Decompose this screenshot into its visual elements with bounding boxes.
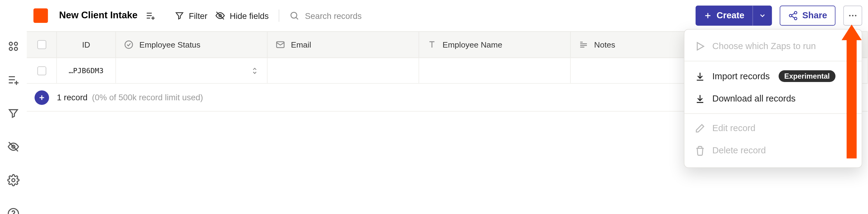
- status-field-icon: [124, 40, 134, 50]
- toolbar-divider: [279, 9, 279, 22]
- add-field-icon[interactable]: [7, 74, 20, 86]
- annotation-arrow: [847, 25, 857, 158]
- download-icon: [694, 93, 706, 104]
- plus-icon: [38, 94, 46, 101]
- menu-edit-record: Edit record: [684, 117, 862, 139]
- import-icon: [694, 70, 706, 82]
- chevron-down-icon: [758, 11, 766, 20]
- longtext-field-icon: [579, 40, 589, 50]
- views-icon[interactable]: [7, 40, 20, 53]
- filter-button[interactable]: Filter: [174, 11, 208, 21]
- share-button[interactable]: Share: [779, 5, 835, 26]
- run-icon: [694, 41, 706, 52]
- svg-line-28: [792, 13, 794, 15]
- svg-marker-43: [697, 43, 704, 50]
- settings-rail-icon[interactable]: [7, 174, 20, 186]
- plus-icon: [703, 11, 712, 20]
- more-menu-button[interactable]: [843, 5, 862, 26]
- share-label: Share: [802, 11, 827, 21]
- svg-point-30: [849, 15, 850, 17]
- svg-point-3: [14, 47, 18, 50]
- svg-line-22: [296, 18, 298, 20]
- select-caret-icon: [250, 66, 259, 75]
- customize-view-button[interactable]: [145, 11, 155, 21]
- col-id[interactable]: ID: [57, 32, 116, 57]
- col-email[interactable]: Email: [268, 32, 419, 57]
- search-placeholder: Search records: [305, 11, 362, 21]
- hide-fields-label: Hide fields: [230, 11, 269, 21]
- svg-point-25: [794, 11, 797, 14]
- text-field-icon: [427, 40, 437, 50]
- share-icon: [788, 11, 798, 21]
- more-menu-dropdown: Choose which Zaps to run Import records …: [684, 29, 862, 168]
- svg-point-31: [852, 15, 854, 17]
- email-field-icon: [275, 40, 285, 50]
- left-rail: [0, 0, 27, 214]
- row-name-cell[interactable]: [419, 58, 571, 83]
- svg-point-2: [9, 47, 12, 50]
- svg-point-0: [9, 42, 12, 45]
- create-label: Create: [717, 11, 744, 21]
- ellipsis-icon: [847, 11, 858, 21]
- experimental-badge: Experimental: [779, 70, 835, 82]
- svg-point-21: [291, 12, 297, 18]
- select-all-header[interactable]: [27, 32, 57, 57]
- svg-point-27: [794, 18, 797, 20]
- menu-download-records[interactable]: Download all records: [684, 88, 862, 110]
- filter-label: Filter: [189, 11, 208, 21]
- menu-import-records[interactable]: Import records Experimental: [684, 65, 862, 88]
- menu-delete-record: Delete record: [684, 140, 862, 162]
- create-button[interactable]: Create: [695, 5, 771, 26]
- create-dropdown-toggle[interactable]: [752, 5, 772, 26]
- record-limit: (0% of 500k record limit used): [92, 93, 203, 102]
- col-employee-status[interactable]: Employee Status: [116, 32, 268, 57]
- app-logo: [33, 8, 48, 23]
- svg-line-29: [792, 16, 794, 18]
- record-count: 1 record: [57, 93, 88, 102]
- svg-point-33: [125, 41, 132, 49]
- svg-point-32: [855, 15, 857, 17]
- svg-point-26: [789, 14, 792, 17]
- hide-fields-button[interactable]: Hide fields: [215, 11, 269, 21]
- menu-divider: [684, 113, 862, 114]
- svg-point-11: [12, 179, 15, 182]
- checkbox-icon: [37, 66, 46, 75]
- search-input[interactable]: Search records: [289, 11, 362, 21]
- table-title: New Client Intake: [59, 10, 138, 21]
- row-checkbox-cell[interactable]: [27, 58, 57, 83]
- svg-point-1: [14, 42, 18, 45]
- add-record-button[interactable]: [34, 90, 49, 105]
- filter-rail-icon[interactable]: [7, 107, 20, 119]
- checkbox-icon: [37, 40, 46, 49]
- toolbar: New Client Intake Filter Hide fields Sea…: [27, 0, 868, 31]
- row-status-cell[interactable]: [116, 58, 268, 83]
- search-icon: [289, 11, 299, 21]
- menu-divider: [684, 61, 862, 61]
- menu-choose-zaps: Choose which Zaps to run: [684, 35, 862, 57]
- hide-rail-icon[interactable]: [7, 141, 20, 153]
- col-employee-name[interactable]: Employee Name: [419, 32, 571, 57]
- trash-icon: [694, 145, 706, 156]
- row-id-cell[interactable]: …PJB6DM3: [57, 58, 116, 83]
- row-email-cell[interactable]: [268, 58, 419, 83]
- edit-icon: [694, 123, 706, 134]
- help-rail-icon[interactable]: [7, 208, 20, 214]
